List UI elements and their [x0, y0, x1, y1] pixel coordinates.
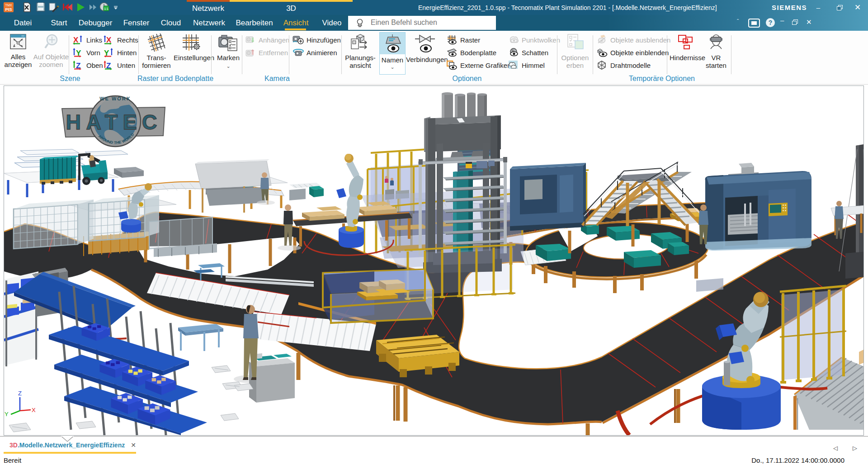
svg-text:X: X	[32, 407, 36, 413]
svg-text:WE WORK: WE WORK	[99, 96, 131, 101]
svg-text:X: X	[106, 36, 112, 44]
svg-text:Y: Y	[5, 411, 9, 418]
svg-text:TMX: TMX	[5, 4, 12, 7]
svg-text:Z: Z	[18, 390, 22, 397]
svg-text:1:1: 1:1	[104, 7, 108, 10]
svg-text:PtS: PtS	[5, 7, 12, 12]
svg-text:HATEC: HATEC	[66, 110, 162, 134]
svg-text:?: ?	[769, 19, 773, 26]
